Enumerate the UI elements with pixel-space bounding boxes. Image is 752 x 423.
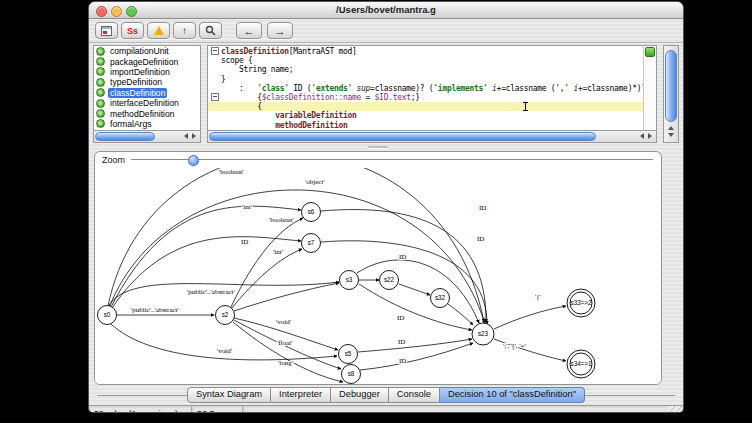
scroll-thumb[interactable] <box>95 132 155 141</box>
rule-item-typeDefinition[interactable]: vtypeDefinition <box>94 77 200 87</box>
coloring-icon: Ss <box>127 26 138 36</box>
diagram-edge <box>360 343 473 370</box>
rule-list[interactable]: vcompilationUnitvpackageDefinitionvimpor… <box>93 45 201 131</box>
editor-hscrollbar[interactable] <box>207 131 657 143</box>
toolbar-buttons: Ss↑←→ <box>89 19 683 43</box>
scroll-arrows[interactable] <box>637 131 655 142</box>
editor-line[interactable]: variableDefinition <box>208 111 643 120</box>
diagram-edge <box>494 306 566 329</box>
edge-label: 'object' <box>305 178 325 186</box>
back-button[interactable]: ← <box>236 22 262 39</box>
editor-line[interactable]: { <box>208 102 643 111</box>
tab-debugger[interactable]: Debugger <box>331 387 389 403</box>
nfa-diagram-canvas[interactable]: 'boolean''object''int'ID'boolean''int''p… <box>95 168 661 384</box>
editor-view-button[interactable] <box>95 22 118 39</box>
svg-text:s2: s2 <box>222 311 229 318</box>
edge-label: ID <box>398 338 405 346</box>
edge-label: ID <box>399 253 406 261</box>
code-text: variableDefinition <box>221 111 357 120</box>
titlebar[interactable]: /Users/bovet/mantra.g <box>89 2 683 19</box>
rule-item-interfaceDefinition[interactable]: vinterfaceDefinition <box>94 98 200 108</box>
editor-line[interactable]: } <box>208 75 643 84</box>
diagram-node-s0: s0 <box>98 305 117 324</box>
diagram-node-s7: s7 <box>302 233 321 252</box>
svg-text:s22: s22 <box>384 276 395 283</box>
rule-icon: v <box>96 78 105 87</box>
rule-label: packageDefinition <box>108 57 180 67</box>
code-text: String name; <box>221 65 293 74</box>
window-vscrollbar[interactable] <box>663 45 679 143</box>
diagram-node-s33: s33=>2 <box>567 289 595 317</box>
tab-decision-10-of-classdefinition[interactable]: Decision 10 of "classDefinition" <box>440 387 585 403</box>
diagram-edge <box>358 339 472 352</box>
rule-icon: v <box>96 99 105 108</box>
diagram-node-s6: s6 <box>302 202 321 221</box>
code-text: {$classDefinition::name = $ID.text;} <box>221 93 420 102</box>
svg-text:s0: s0 <box>104 311 111 318</box>
goto-rule-button[interactable]: ↑ <box>173 22 196 39</box>
editor-line[interactable]: classDefinition[MantraAST mod] <box>208 47 643 56</box>
search-icon <box>205 25 216 36</box>
syntax-coloring-button[interactable]: Ss <box>121 22 144 39</box>
diagram-node-s34: s34=>1 <box>567 350 595 378</box>
scroll-thumb[interactable] <box>209 132 596 141</box>
editor-line[interactable]: String name; <box>208 65 643 74</box>
scroll-thumb[interactable] <box>665 50 677 122</box>
rule-icon: v <box>96 67 105 76</box>
forward-arrow-icon: → <box>275 25 286 37</box>
rule-label: compilationUnit <box>108 46 171 56</box>
editor-line[interactable]: {$classDefinition::name = $ID.text;} <box>208 93 643 102</box>
edge-label: 'long' <box>278 359 293 367</box>
rule-label: methodDefinition <box>108 109 177 119</box>
svg-text:s7: s7 <box>308 239 315 246</box>
diagram-edge <box>448 304 473 325</box>
code-text: } <box>221 75 226 84</box>
rule-item-formalArgs[interactable]: vformalArgs <box>94 119 200 129</box>
rule-item-compilationUnit[interactable]: vcompilationUnit <box>94 46 200 56</box>
rule-item-packageDefinition[interactable]: vpackageDefinition <box>94 56 200 66</box>
rule-item-importDefinition[interactable]: vimportDefinition <box>94 67 200 77</box>
rule-icon: v <box>96 119 105 128</box>
find-button[interactable] <box>199 22 222 39</box>
window-title: /Users/bovet/mantra.g <box>89 2 683 18</box>
edge-label: ID <box>397 314 404 322</box>
rule-label: formalArgs <box>108 119 154 129</box>
edge-label: 'boolean' <box>219 168 244 176</box>
tab-interpreter[interactable]: Interpreter <box>271 387 331 403</box>
forward-button[interactable]: → <box>267 22 293 39</box>
resize-grip[interactable] <box>668 406 683 413</box>
horizontal-splitter[interactable] <box>89 143 683 151</box>
zoom-slider-thumb[interactable] <box>188 155 199 166</box>
decision-panel: Zoom 'boolean''object''int'ID'boolean''i… <box>94 151 662 385</box>
fold-marker[interactable] <box>211 93 219 101</box>
fold-marker[interactable] <box>211 47 219 55</box>
edge-label: ID <box>477 235 484 243</box>
tabbar: Syntax DiagramInterpreterDebuggerConsole… <box>89 385 683 405</box>
code-text: scope { <box>221 56 253 65</box>
tab-syntax-diagram[interactable]: Syntax Diagram <box>187 387 271 403</box>
rule-label: interfaceDefinition <box>108 98 181 108</box>
diagram-node-s5: s5 <box>339 344 358 363</box>
statusbar: 59 rules (1 warnings) 56:5 <box>89 405 683 413</box>
diagram-node-s32: s32 <box>431 288 450 307</box>
warnings-button[interactable] <box>147 22 170 39</box>
edge-label: 'void' <box>217 347 232 355</box>
diagram-svg: 'boolean''object''int'ID'boolean''int''p… <box>95 168 661 384</box>
scroll-arrows[interactable] <box>181 131 199 142</box>
diagram-node-s22: s22 <box>380 270 399 289</box>
rule-icon: v <box>96 88 105 97</box>
rule-item-classDefinition[interactable]: vclassDefinition <box>94 88 200 98</box>
code-text: classDefinition[MantraAST mod] <box>221 47 357 56</box>
editor-line[interactable]: : 'class' ID ('extends' sup=classname)? … <box>208 84 643 93</box>
tab-console[interactable]: Console <box>389 387 440 403</box>
editor-line[interactable]: methodDefinition <box>208 121 643 130</box>
zoom-label: Zoom <box>102 155 125 165</box>
grammar-editor[interactable]: classDefinition[MantraAST mod]scope { St… <box>207 45 643 131</box>
editor-line[interactable]: scope { <box>208 56 643 65</box>
zoom-slider[interactable] <box>131 159 653 161</box>
rule-list-hscrollbar[interactable] <box>93 131 201 143</box>
editor-vscrollbar[interactable] <box>643 45 657 131</box>
code-text: methodDefinition <box>221 121 347 130</box>
rule-item-methodDefinition[interactable]: vmethodDefinition <box>94 108 200 118</box>
scroll-arrows[interactable] <box>664 123 678 141</box>
